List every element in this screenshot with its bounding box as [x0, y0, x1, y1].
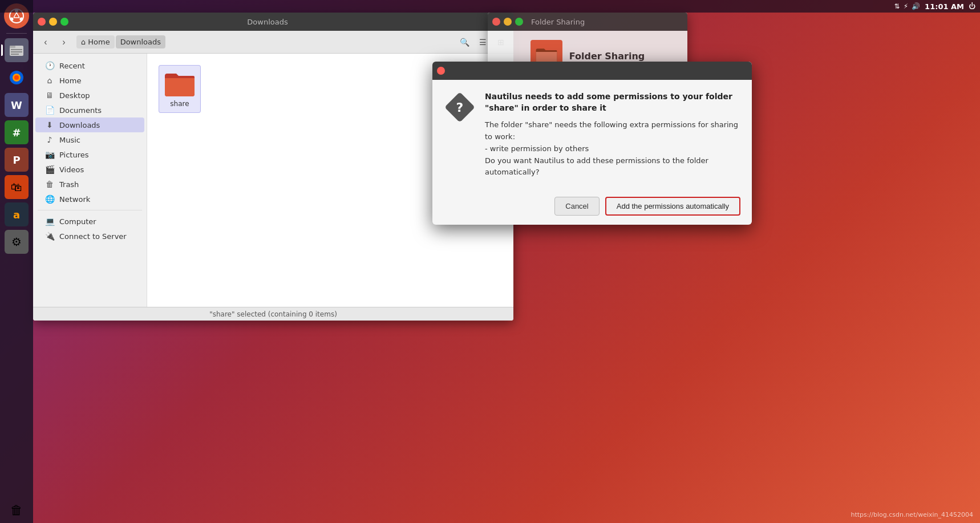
statusbar: ⇅ ⚡ 🔊 11:01 AM ⏻ — [0, 0, 980, 13]
sidebar-item-trash-label: Trash — [59, 180, 79, 189]
active-indicator-files — [1, 44, 3, 56]
home-sidebar-icon: ⌂ — [44, 76, 55, 85]
breadcrumb-downloads[interactable]: Downloads — [116, 35, 165, 48]
files-close-button[interactable] — [38, 18, 46, 26]
firefox-launcher[interactable] — [5, 66, 29, 90]
home-icon: ⌂ — [81, 38, 86, 46]
files-launcher[interactable] — [5, 38, 29, 62]
trash-sidebar-icon: 🗑 — [44, 180, 55, 189]
dialog-message-line2: - write permission by others — [485, 144, 589, 153]
sidebar-item-pictures[interactable]: 📷 Pictures — [35, 147, 144, 162]
calc-launcher[interactable]: # — [5, 120, 29, 144]
permission-dialog-buttons: Cancel Add the permissions automatically — [432, 190, 752, 225]
recent-icon: 🕐 — [44, 61, 55, 70]
sidebar-item-pictures-label: Pictures — [59, 151, 88, 159]
files-statusbar: "share" selected (containing 0 items) — [33, 307, 513, 321]
settings-wrapper: ⚙ — [1, 230, 32, 254]
sidebar-item-computer[interactable]: 💻 Computer — [35, 214, 144, 229]
svg-rect-8 — [10, 46, 15, 48]
back-button[interactable]: ‹ — [38, 34, 54, 50]
sidebar-item-videos[interactable]: 🎬 Videos — [35, 162, 144, 177]
share-folder-label: share — [170, 100, 189, 108]
trash-launcher[interactable]: 🗑 — [5, 498, 29, 522]
store-launcher[interactable]: 🛍 — [5, 175, 29, 199]
sidebar-item-downloads-label: Downloads — [59, 121, 100, 129]
sidebar-item-trash[interactable]: 🗑 Trash — [35, 177, 144, 192]
sidebar-item-connect-label: Connect to Server — [59, 232, 127, 241]
dialog-content: Nautilus needs to add some permissions t… — [485, 91, 740, 179]
files-wrapper — [1, 38, 32, 62]
sidebar-item-network-label: Network — [59, 195, 90, 204]
files-titlebar: Downloads — [33, 13, 513, 31]
dialog-message-line3: Do you want Nautilus to add these permis… — [485, 156, 708, 177]
sidebar-item-documents-label: Documents — [59, 106, 102, 115]
connect-icon: 🔌 — [44, 232, 55, 241]
svg-rect-10 — [11, 51, 22, 52]
files-minimize-button[interactable] — [49, 18, 57, 26]
search-button[interactable]: 🔍 — [456, 34, 472, 50]
power-icon: ⏻ — [969, 2, 975, 10]
files-status-text: "share" selected (containing 0 items) — [209, 310, 337, 318]
folder-share[interactable]: share — [159, 65, 201, 113]
volume-icon: 🔊 — [912, 2, 920, 10]
bluetooth-icon: ⚡ — [904, 2, 908, 10]
bottom-url: https://blog.csdn.net/weixin_41452004 — [851, 511, 973, 518]
documents-icon: 📄 — [44, 106, 55, 115]
files-maximize-button[interactable] — [60, 18, 68, 26]
amazon-wrapper: a — [1, 202, 32, 226]
store-wrapper: 🛍 — [1, 175, 32, 199]
writer-launcher[interactable]: W — [5, 93, 29, 117]
permission-dialog: ? Nautilus needs to add some permissions… — [432, 62, 752, 225]
folder-sharing-maximize-button[interactable] — [515, 18, 523, 26]
videos-icon: 🎬 — [44, 165, 55, 174]
folder-sharing-close-button[interactable] — [492, 18, 500, 26]
sidebar-item-recent-label: Recent — [59, 62, 85, 70]
svg-line-5 — [17, 13, 19, 18]
breadcrumb-home[interactable]: ⌂ Home — [76, 35, 115, 48]
sidebar-item-music[interactable]: ♪ Music — [35, 132, 144, 147]
files-window-title: Downloads — [72, 18, 463, 26]
permission-dialog-close-button[interactable] — [437, 67, 445, 75]
dialog-icon-container: ? — [444, 91, 476, 123]
downloads-icon: ⬇ — [44, 120, 55, 129]
dialog-message: The folder "share" needs the following e… — [485, 119, 740, 179]
amazon-launcher[interactable]: a — [5, 202, 29, 226]
dialog-title: Nautilus needs to add some permissions t… — [485, 91, 740, 113]
add-permissions-button[interactable]: Add the permissions automatically — [605, 197, 740, 216]
clock: 11:01 AM — [925, 2, 964, 11]
sidebar-item-desktop-label: Desktop — [59, 91, 90, 100]
impress-launcher[interactable]: P — [5, 148, 29, 172]
settings-launcher[interactable]: ⚙ — [5, 230, 29, 254]
svg-point-3 — [20, 18, 23, 21]
dialog-message-line1: The folder "share" needs the following e… — [485, 120, 738, 141]
breadcrumb-home-label: Home — [88, 38, 110, 46]
share-folder-icon — [164, 70, 196, 98]
svg-point-2 — [10, 18, 14, 21]
pictures-icon: 📷 — [44, 150, 55, 159]
sidebar-item-downloads[interactable]: ⬇ Downloads — [35, 117, 144, 132]
firefox-wrapper — [1, 66, 32, 90]
sidebar-item-documents[interactable]: 📄 Documents — [35, 103, 144, 117]
sidebar-item-recent[interactable]: 🕐 Recent — [35, 58, 144, 73]
forward-button[interactable]: › — [56, 34, 72, 50]
sidebar-item-network[interactable]: 🌐 Network — [35, 192, 144, 206]
sidebar-divider — [38, 210, 142, 210]
sidebar-item-connect-to-server[interactable]: 🔌 Connect to Server — [35, 229, 144, 244]
sidebar-item-home-label: Home — [59, 76, 81, 85]
folder-sharing-title: Folder Sharing — [531, 18, 585, 26]
folder-sharing-minimize-button[interactable] — [504, 18, 512, 26]
trash-wrapper: 🗑 — [1, 498, 32, 522]
files-sidebar: 🕐 Recent ⌂ Home 🖥 Desktop 📄 Documents ⬇ — [33, 54, 147, 307]
svg-rect-11 — [11, 54, 19, 55]
desktop-icon: 🖥 — [44, 91, 55, 100]
taskbar-divider-1 — [6, 33, 27, 34]
permission-cancel-button[interactable]: Cancel — [554, 197, 599, 216]
sidebar-item-desktop[interactable]: 🖥 Desktop — [35, 88, 144, 103]
permission-dialog-header — [432, 62, 752, 80]
sidebar-item-home[interactable]: ⌂ Home — [35, 73, 144, 88]
files-toolbar: ‹ › ⌂ Home Downloads 🔍 ☰ ⊞ — [33, 31, 513, 54]
folder-sharing-titlebar: Folder Sharing — [488, 13, 687, 31]
computer-icon: 💻 — [44, 217, 55, 226]
permission-dialog-body: ? Nautilus needs to add some permissions… — [432, 80, 752, 190]
music-icon: ♪ — [44, 135, 55, 144]
